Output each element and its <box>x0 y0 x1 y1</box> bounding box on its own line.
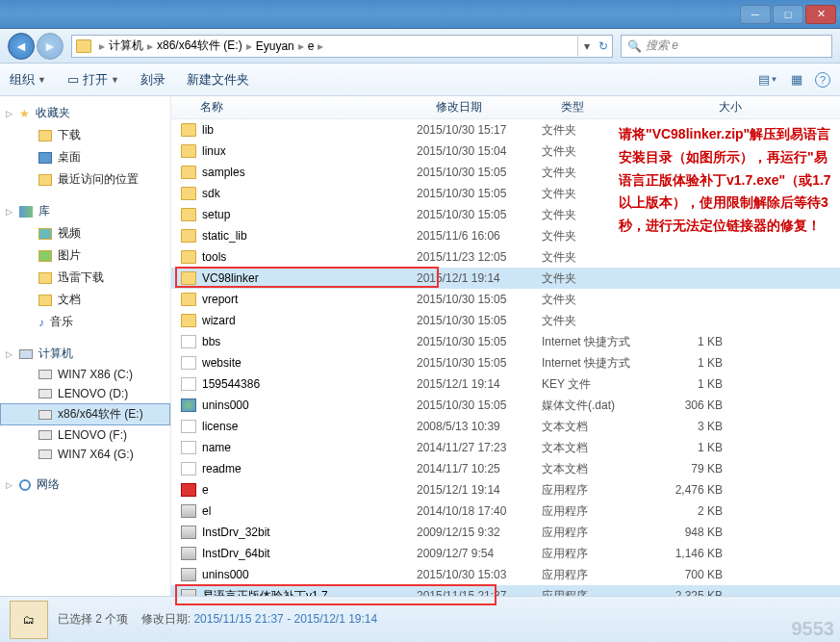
view-button[interactable]: ▤▼ <box>757 70 778 90</box>
file-row[interactable]: e2015/12/1 19:14应用程序2,476 KB <box>171 479 840 501</box>
sidebar-item-music[interactable]: ♪音乐 <box>0 311 170 333</box>
sidebar-item-f[interactable]: LENOVO (F:) <box>0 425 170 445</box>
crumb-root[interactable]: 计算机 <box>109 38 143 54</box>
file-row[interactable]: InstDrv_32bit2009/12/15 9:32应用程序948 KB <box>171 522 840 543</box>
sidebar-favorites[interactable]: ▷★收藏夹 <box>0 102 170 124</box>
maximize-button[interactable]: □ <box>773 5 803 24</box>
organize-button[interactable]: 组织▼ <box>10 71 46 89</box>
column-headers[interactable]: 名称 修改日期 类型 大小 <box>171 96 840 119</box>
help-button[interactable]: ? <box>815 72 830 88</box>
file-type: 应用程序 <box>542 546 655 562</box>
exe-icon <box>181 589 196 596</box>
file-date: 2015/10/30 15:05 <box>417 398 542 412</box>
sidebar-item-pictures[interactable]: 图片 <box>0 244 170 267</box>
txt-icon <box>181 420 196 433</box>
file-row[interactable]: lib2015/10/30 15:17文件夹 <box>171 119 840 141</box>
toolbar: 组织▼ ▭打开▼ 刻录 新建文件夹 ▤▼ ▦ ? <box>0 64 840 96</box>
exe-icon <box>181 568 196 581</box>
folder-icon <box>38 130 52 141</box>
file-name: samples <box>202 166 245 179</box>
status-date-label: 修改日期: <box>141 612 191 626</box>
back-button[interactable]: ◄ <box>8 33 35 60</box>
file-type: 文件夹 <box>542 249 655 266</box>
sidebar-item-recent[interactable]: 最近访问的位置 <box>0 168 170 191</box>
search-icon: 🔍 <box>627 39 642 53</box>
file-row[interactable]: readme2014/11/7 10:25文本文档79 KB <box>171 458 840 479</box>
titlebar: ─ □ ✕ <box>0 0 840 29</box>
file-row[interactable]: vreport2015/10/30 15:05文件夹 <box>171 289 840 310</box>
file-row[interactable]: wizard2015/10/30 15:05文件夹 <box>171 310 840 331</box>
file-row[interactable]: 1595443862015/12/1 19:14KEY 文件1 KB <box>171 373 840 395</box>
file-row[interactable]: website2015/10/30 15:05Internet 快捷方式1 KB <box>171 352 840 373</box>
file-date: 2015/10/30 15:05 <box>417 314 542 327</box>
drive-icon <box>38 389 52 398</box>
burn-button[interactable]: 刻录 <box>140 71 165 89</box>
file-name: vreport <box>202 293 238 306</box>
file-row[interactable]: static_lib2015/11/6 16:06文件夹 <box>171 225 840 246</box>
file-date: 2015/10/30 15:05 <box>417 208 542 221</box>
ico-icon <box>181 398 196 412</box>
crumb-1[interactable]: x86/x64软件 (E:) <box>157 38 242 54</box>
refresh-icon[interactable]: ↻ <box>598 39 608 53</box>
sidebar-item-docs[interactable]: 文档 <box>0 289 170 311</box>
open-button[interactable]: ▭打开▼ <box>67 71 119 89</box>
file-size: 1,146 KB <box>655 547 732 560</box>
file-row[interactable]: name2014/11/27 17:23文本文档1 KB <box>171 437 840 458</box>
file-date: 2015/11/6 16:06 <box>417 229 542 243</box>
file-row[interactable]: license2008/5/13 10:39文本文档3 KB <box>171 416 840 437</box>
sidebar-item-videos[interactable]: 视频 <box>0 222 170 244</box>
preview-pane-button[interactable]: ▦ <box>786 70 807 90</box>
search-input[interactable]: 🔍 搜索 e <box>621 35 832 58</box>
file-row[interactable]: unins0002015/10/30 15:03应用程序700 KB <box>171 564 840 585</box>
col-name[interactable]: 名称 <box>200 99 436 116</box>
folder-icon <box>38 152 52 164</box>
sidebar-item-downloads[interactable]: 下载 <box>0 124 170 146</box>
file-row[interactable]: bbs2015/10/30 15:05Internet 快捷方式1 KB <box>171 331 840 352</box>
file-row[interactable]: sdk2015/10/30 15:05文件夹 <box>171 183 840 204</box>
file-row[interactable]: setup2015/10/30 15:05文件夹 <box>171 204 840 225</box>
crumb-2[interactable]: Eyuyan <box>256 39 294 53</box>
file-date: 2015/11/23 12:05 <box>417 250 542 264</box>
file-name: e <box>202 483 209 497</box>
file-row[interactable]: el2014/10/18 17:40应用程序2 KB <box>171 501 840 522</box>
forward-button[interactable]: ► <box>37 33 64 60</box>
sidebar-item-desktop[interactable]: 桌面 <box>0 146 170 168</box>
col-size[interactable]: 大小 <box>675 99 751 116</box>
folder-icon <box>38 295 52 306</box>
address-bar[interactable]: ▸ 计算机 ▸ x86/x64软件 (E:) ▸ Eyuyan ▸ e ▸ ▾ … <box>71 35 613 58</box>
folder-icon <box>181 293 196 306</box>
file-name: unins000 <box>202 568 249 581</box>
crumb-3[interactable]: e <box>308 39 315 53</box>
txt-icon <box>181 462 196 475</box>
file-date: 2015/12/1 19:14 <box>417 483 542 497</box>
file-row[interactable]: VC98linker2015/12/1 19:14文件夹 <box>171 268 840 289</box>
file-row[interactable]: InstDrv_64bit2009/12/7 9:54应用程序1,146 KB <box>171 543 840 564</box>
sidebar-item-d[interactable]: LENOVO (D:) <box>0 384 170 403</box>
drive-icon <box>38 410 52 420</box>
col-date[interactable]: 修改日期 <box>436 99 561 116</box>
sidebar-computer[interactable]: ▷计算机 <box>0 343 170 365</box>
sidebar-item-c[interactable]: WIN7 X86 (C:) <box>0 365 170 384</box>
file-row[interactable]: linux2015/10/30 15:04文件夹 <box>171 141 840 162</box>
sidebar-libraries[interactable]: ▷库 <box>0 200 170 222</box>
file-row[interactable]: unins0002015/10/30 15:05媒体文件(.dat)306 KB <box>171 395 840 416</box>
folder-icon <box>181 144 196 158</box>
file-row[interactable]: tools2015/11/23 12:05文件夹 <box>171 246 840 268</box>
file-row[interactable]: 易语言正版体验补丁v1.72015/11/15 21:37应用程序2,325 K… <box>171 585 840 596</box>
newfolder-button[interactable]: 新建文件夹 <box>187 71 249 89</box>
status-date-value: 2015/11/15 21:37 - 2015/12/1 19:14 <box>193 612 377 626</box>
file-type: 应用程序 <box>542 525 655 541</box>
music-icon: ♪ <box>38 316 44 329</box>
sidebar-item-thunder[interactable]: 迅雷下载 <box>0 267 170 289</box>
file-icon <box>181 377 196 391</box>
file-row[interactable]: samples2015/10/30 15:05文件夹 <box>171 162 840 183</box>
minimize-button[interactable]: ─ <box>740 5 771 24</box>
sidebar-item-e[interactable]: x86/x64软件 (E:) <box>0 403 170 425</box>
sidebar-item-g[interactable]: WIN7 X64 (G:) <box>0 445 170 464</box>
file-type: 文件夹 <box>542 165 655 181</box>
close-button[interactable]: ✕ <box>805 5 836 24</box>
sidebar-network[interactable]: ▷网络 <box>0 474 170 496</box>
col-type[interactable]: 类型 <box>561 99 675 116</box>
file-size: 3 KB <box>655 420 732 433</box>
address-dropdown[interactable]: ▾ <box>577 35 595 58</box>
